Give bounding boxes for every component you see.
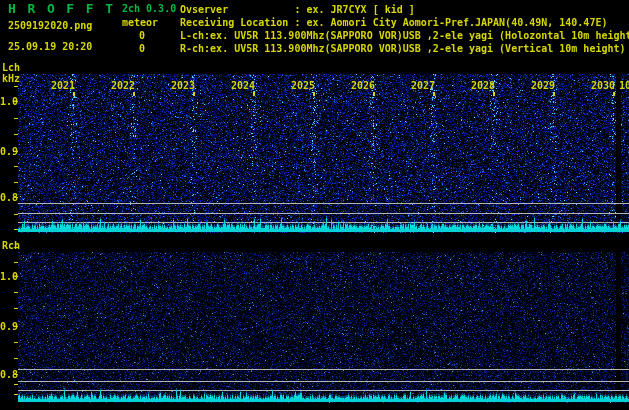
time-tick bbox=[73, 92, 75, 96]
lch-freq-1.0: 1.0 bbox=[0, 96, 13, 107]
freq-minor-tick bbox=[14, 384, 18, 385]
observer-line: Ovserver : ex. JR7CYX [ kid ] bbox=[180, 3, 415, 16]
time-tick bbox=[493, 92, 495, 96]
rch-label: Rch bbox=[2, 240, 20, 251]
freq-minor-tick bbox=[14, 118, 18, 119]
rch-freq-0.8: 0.8 bbox=[0, 369, 13, 380]
spectrogram-canvas bbox=[0, 0, 629, 410]
freq-minor-tick bbox=[14, 86, 18, 87]
freq-minor-tick bbox=[14, 229, 18, 230]
rch-major-tick bbox=[13, 276, 18, 277]
time-label-2028: 2028 bbox=[465, 80, 495, 91]
freq-minor-tick bbox=[14, 182, 18, 183]
rch-major-tick bbox=[13, 326, 18, 327]
filename-label: 2509192020.png bbox=[8, 20, 92, 31]
time-label-2029: 2029 bbox=[525, 80, 555, 91]
freq-minor-tick bbox=[14, 292, 18, 293]
location-line: Receiving Location : ex. Aomori City Aom… bbox=[180, 16, 607, 29]
freq-minor-tick bbox=[14, 247, 18, 248]
time-label-2021: 2021 bbox=[45, 80, 75, 91]
time-tick bbox=[193, 92, 195, 96]
hrofft-window: { "header": { "app_title": "H R O F F T"… bbox=[0, 0, 629, 410]
lch-major-tick bbox=[13, 151, 18, 152]
rch-freq-1.0: 1.0 bbox=[0, 271, 13, 282]
time-label-partial: 10 bbox=[619, 80, 629, 91]
time-tick bbox=[613, 92, 615, 96]
time-tick bbox=[373, 92, 375, 96]
version-label: 2ch 0.3.0 bbox=[122, 3, 176, 14]
time-tick bbox=[553, 92, 555, 96]
freq-minor-tick bbox=[14, 308, 18, 309]
freq-minor-tick bbox=[14, 342, 18, 343]
datetime-label: 25.09.19 20:20 bbox=[8, 41, 92, 52]
freq-minor-tick bbox=[14, 214, 18, 215]
freq-minor-tick bbox=[14, 358, 18, 359]
rch-freq-0.9: 0.9 bbox=[0, 321, 13, 332]
time-tick bbox=[313, 92, 315, 96]
time-label-2030: 2030 bbox=[585, 80, 615, 91]
lch-rig-line: L-ch:ex. UV5R 113.900Mhz(SAPPORO VOR)USB… bbox=[180, 29, 629, 42]
app-title: H R O F F T bbox=[8, 2, 115, 16]
time-label-2024: 2024 bbox=[225, 80, 255, 91]
freq-minor-tick bbox=[14, 394, 18, 395]
time-label-2022: 2022 bbox=[105, 80, 135, 91]
time-tick bbox=[433, 92, 435, 96]
mode-label: meteor bbox=[122, 17, 158, 28]
freq-minor-tick bbox=[14, 166, 18, 167]
lch-major-tick bbox=[13, 101, 18, 102]
khz-unit-label: kHz bbox=[2, 73, 20, 84]
time-label-2027: 2027 bbox=[405, 80, 435, 91]
time-label-2023: 2023 bbox=[165, 80, 195, 91]
time-tick bbox=[253, 92, 255, 96]
freq-minor-tick bbox=[14, 262, 18, 263]
lch-label: Lch bbox=[2, 62, 20, 73]
time-label-2026: 2026 bbox=[345, 80, 375, 91]
lch-freq-0.8: 0.8 bbox=[0, 192, 13, 203]
rch-major-tick bbox=[13, 374, 18, 375]
time-tick bbox=[133, 92, 135, 96]
freq-minor-tick bbox=[14, 134, 18, 135]
meteor-count-bottom: 0 bbox=[139, 43, 145, 54]
rch-rig-line: R-ch:ex. UV5R 113.900Mhz(SAPPORO VOR)USB… bbox=[180, 42, 626, 55]
lch-major-tick bbox=[13, 197, 18, 198]
lch-freq-0.9: 0.9 bbox=[0, 146, 13, 157]
meteor-count-top: 0 bbox=[139, 30, 145, 41]
time-label-2025: 2025 bbox=[285, 80, 315, 91]
